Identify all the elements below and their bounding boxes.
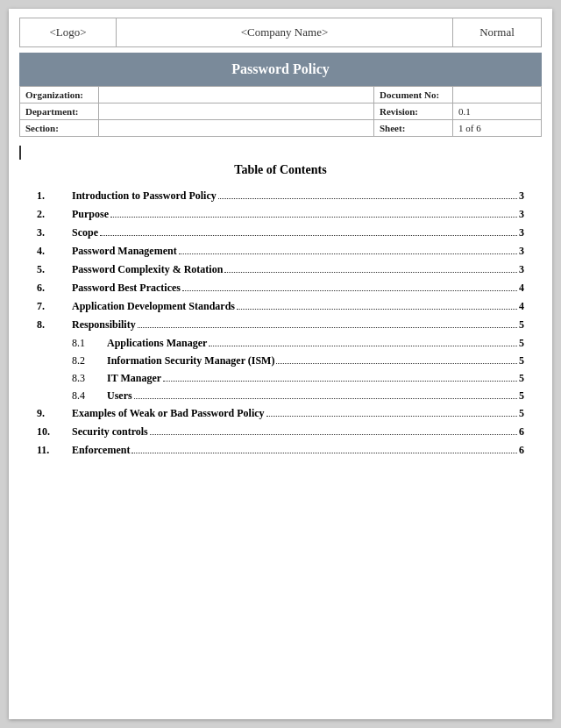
toc-container: 1. Introduction to Password Policy 3 2. …: [37, 189, 524, 457]
toc-page: 6: [519, 425, 524, 439]
toc-dots: [110, 217, 517, 218]
toc-number: 5.: [37, 263, 72, 276]
toc-item: 9. Examples of Weak or Bad Password Poli…: [37, 407, 524, 420]
revision-value: 0.1: [453, 103, 541, 119]
toc-label: Security controls: [72, 425, 148, 439]
toc-label: Password Complexity & Rotation: [72, 263, 223, 276]
organization-value: [99, 87, 374, 103]
toc-item: 11. Enforcement 6: [37, 444, 524, 457]
department-label: Department:: [20, 103, 99, 119]
toc-item: 7. Application Development Standards 4: [37, 300, 524, 313]
toc-item: 8. Responsibility 5: [37, 318, 524, 332]
info-row-organization: Organization: Document No:: [20, 86, 541, 103]
toc-number: 6.: [37, 282, 72, 295]
toc-sub-text: Information Security Manager (ISM) 5: [107, 354, 524, 368]
sheet-value: 1 of 6: [453, 120, 541, 136]
toc-page: 5: [519, 372, 524, 385]
toc-label: Introduction to Password Policy: [72, 189, 217, 203]
document-no-value: [453, 87, 541, 103]
toc-sub-label: Information Security Manager (ISM): [107, 354, 274, 368]
toc-item: 10. Security controls 6: [37, 425, 524, 439]
toc-number: 11.: [37, 444, 72, 457]
toc-item: 8.2 Information Security Manager (ISM) 5: [37, 354, 524, 368]
toc-label: Purpose: [72, 208, 109, 221]
toc-number: 1.: [37, 189, 72, 203]
toc-item: 1. Introduction to Password Policy 3: [37, 189, 524, 203]
toc-sub-text: Applications Manager 5: [107, 337, 524, 350]
toc-label: Examples of Weak or Bad Password Policy: [72, 407, 265, 420]
document-title: Password Policy: [28, 61, 533, 77]
toc-page: 4: [519, 300, 524, 313]
toc-dots: [138, 327, 517, 328]
toc-dots: [237, 309, 517, 310]
cursor-indicator: [19, 146, 542, 160]
toc-item: 3. Scope 3: [37, 226, 524, 239]
toc-sub-number: 8.2: [72, 354, 107, 368]
toc-item: 6. Password Best Practices 4: [37, 282, 524, 295]
toc-text: Scope 3: [72, 226, 524, 239]
info-row-section: Section: Sheet: 1 of 6: [20, 119, 541, 136]
toc-section: Table of Contents 1. Introduction to Pas…: [19, 163, 542, 457]
sheet-label: Sheet:: [374, 120, 453, 136]
toc-sub-label: Applications Manager: [107, 337, 207, 350]
toc-item: 8.4 Users 5: [37, 389, 524, 403]
toc-page: 3: [519, 208, 524, 221]
toc-label: Password Best Practices: [72, 282, 181, 295]
toc-sub-text: Users 5: [107, 389, 524, 403]
toc-sub-number: 8.1: [72, 337, 107, 350]
toc-page: 5: [519, 318, 524, 332]
toc-label: Enforcement: [72, 444, 130, 457]
toc-dots: [224, 272, 517, 273]
toc-number: 10.: [37, 425, 72, 439]
company-name-cell: <Company Name>: [117, 18, 453, 46]
toc-number: 9.: [37, 407, 72, 420]
logo-label: <Logo>: [49, 25, 86, 39]
toc-sub-text: IT Manager 5: [107, 372, 524, 385]
toc-dots: [100, 235, 517, 236]
toc-dots: [276, 363, 517, 364]
toc-label: Responsibility: [72, 318, 136, 332]
section-label: Section:: [20, 120, 99, 136]
toc-title: Table of Contents: [37, 163, 524, 177]
toc-text: Password Best Practices 4: [72, 282, 524, 295]
toc-dots: [179, 253, 517, 254]
toc-dots: [218, 198, 517, 199]
toc-dots: [163, 381, 517, 382]
organization-label: Organization:: [20, 87, 99, 103]
toc-sub-number: 8.4: [72, 389, 107, 403]
section-value: [99, 120, 374, 136]
status-cell: Normal: [453, 18, 541, 46]
toc-dots: [131, 453, 517, 453]
info-table: Organization: Document No: Department: R…: [19, 86, 542, 137]
header-row: <Logo> <Company Name> Normal: [19, 18, 542, 47]
toc-number: 7.: [37, 300, 72, 313]
toc-item: 8.1 Applications Manager 5: [37, 337, 524, 350]
toc-text: Responsibility 5: [72, 318, 524, 332]
toc-text: Password Complexity & Rotation 3: [72, 263, 524, 276]
toc-sub-label: IT Manager: [107, 372, 161, 385]
info-row-department: Department: Revision: 0.1: [20, 103, 541, 119]
toc-page: 5: [519, 389, 524, 403]
toc-text: Application Development Standards 4: [72, 300, 524, 313]
department-value: [99, 103, 374, 119]
toc-page: 6: [519, 444, 524, 457]
toc-page: 3: [519, 263, 524, 276]
toc-page: 5: [519, 337, 524, 350]
title-bar: Password Policy: [19, 53, 542, 86]
toc-dots: [182, 290, 517, 291]
toc-number: 8.: [37, 318, 72, 332]
toc-item: 8.3 IT Manager 5: [37, 372, 524, 385]
toc-page: 3: [519, 226, 524, 239]
toc-item: 2. Purpose 3: [37, 208, 524, 221]
toc-text: Enforcement 6: [72, 444, 524, 457]
toc-page: 3: [519, 189, 524, 203]
toc-label: Scope: [72, 226, 98, 239]
company-name-label: <Company Name>: [241, 25, 329, 39]
toc-text: Password Management 3: [72, 245, 524, 258]
toc-text: Security controls 6: [72, 425, 524, 439]
toc-dots: [266, 416, 517, 417]
toc-number: 3.: [37, 226, 72, 239]
logo-cell: <Logo>: [20, 18, 117, 46]
toc-text: Purpose 3: [72, 208, 524, 221]
toc-label: Password Management: [72, 245, 177, 258]
